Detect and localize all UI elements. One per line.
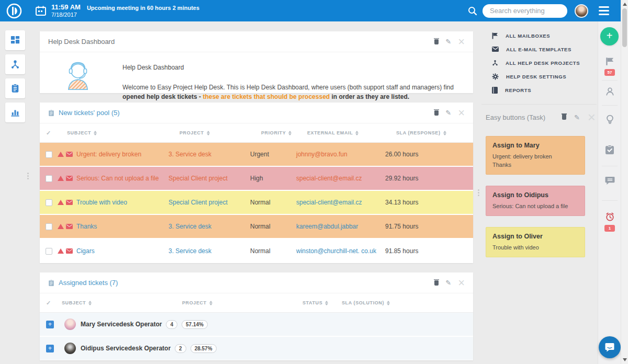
meeting-notice[interactable]: Upcoming meeting in 60 hours 2 minutes [87, 5, 199, 11]
close-icon[interactable]: × [588, 112, 596, 122]
drag-handle[interactable] [27, 172, 29, 180]
ticket-project-link[interactable]: Special Client project [169, 175, 250, 182]
select-all-check[interactable]: ✓ [40, 130, 58, 136]
close-icon[interactable]: × [458, 278, 465, 288]
sort-icon[interactable] [288, 131, 291, 135]
menu-all-mailboxes[interactable]: ALL MAILBOXES [481, 29, 597, 42]
ticket-project-link[interactable]: 3. Service desk [169, 151, 250, 158]
sort-icon[interactable] [325, 301, 328, 305]
row-checkbox[interactable] [46, 175, 52, 182]
trash-icon[interactable] [434, 280, 439, 286]
column-project[interactable]: PROJECT [178, 300, 298, 305]
live-chat-button[interactable] [599, 336, 621, 358]
tasks-button[interactable] [598, 145, 621, 157]
expand-group-button[interactable]: + [46, 321, 54, 328]
lightbulb-icon [605, 115, 614, 125]
ticket-email-link[interactable]: johnny@bravo.fun [296, 151, 385, 158]
row-checkbox[interactable] [46, 223, 52, 230]
close-icon[interactable]: × [458, 37, 465, 47]
assignee-name[interactable]: Mary Servicedesk Operator [81, 321, 162, 328]
ticket-subject-link[interactable]: Thanks [76, 223, 169, 230]
column-subject[interactable]: SUBJECT [58, 300, 178, 305]
row-checkbox[interactable] [46, 151, 52, 158]
ticket-row[interactable]: Thanks 3. Service desk Normal kareem@abd… [40, 215, 473, 239]
ticket-email-link[interactable]: special-client@email.cz [296, 199, 385, 206]
add-new-button[interactable]: + [600, 27, 619, 46]
trash-icon[interactable] [434, 110, 439, 116]
calendar-icon[interactable] [36, 6, 46, 16]
ticket-project-link[interactable]: Special Client project [169, 199, 250, 206]
scrollbar-thumb[interactable] [622, 8, 627, 47]
sort-icon[interactable] [355, 131, 358, 135]
column-status[interactable]: STATUS [298, 300, 338, 305]
column-project[interactable]: PROJECT [170, 130, 252, 135]
ticket-email-link[interactable]: winston@churchill-net. co.uk [296, 247, 385, 255]
search-input[interactable] [483, 4, 567, 18]
drag-handle[interactable] [478, 188, 479, 197]
column-priority[interactable]: PRIORITY [252, 130, 298, 135]
vertical-scrollbar[interactable] [621, 0, 628, 364]
select-all-check[interactable]: ✓ [40, 300, 58, 306]
sidebar-item-dashboard[interactable] [5, 30, 25, 50]
assignee-name[interactable]: Oidipus Servicedesk Operator [81, 345, 171, 352]
assignee-group-row[interactable]: + Mary Servicedesk Operator 4 57.14% [40, 313, 473, 337]
ticket-subject-link[interactable]: Cigars [76, 247, 169, 255]
assignee-group-row[interactable]: + Oidipus Servicedesk Operator 2 28.57% [40, 337, 473, 360]
sort-icon[interactable] [88, 301, 92, 305]
sort-icon[interactable] [94, 131, 97, 135]
close-icon[interactable]: × [458, 108, 465, 118]
ticket-project-link[interactable]: 3. Service desk [169, 223, 250, 230]
envelope-icon [492, 47, 499, 52]
sort-icon[interactable] [209, 301, 212, 305]
user-panel-button[interactable] [598, 86, 621, 98]
sidebar-item-projects[interactable] [5, 54, 25, 74]
sidebar-item-tasks[interactable] [5, 78, 25, 98]
alert-triangle-icon [58, 248, 64, 254]
ticket-email-link[interactable]: kareem@abdul.jabbar [296, 223, 385, 230]
sort-icon[interactable] [207, 131, 210, 135]
edit-icon[interactable]: ✎ [445, 109, 451, 117]
row-checkbox[interactable] [46, 199, 52, 206]
ticket-subject-link[interactable]: Trouble with video [76, 199, 169, 206]
menu-all-help-desk-projects[interactable]: ALL HELP DESK PROJECTS [481, 56, 597, 70]
easy-button-assign-to-oliver[interactable]: Assign to Oliver Trouble with video [486, 227, 585, 257]
edit-icon[interactable]: ✎ [445, 38, 451, 46]
sort-icon[interactable] [443, 131, 446, 135]
trash-icon[interactable] [434, 39, 439, 44]
ticket-project-link[interactable]: 3. Service desk [169, 247, 250, 255]
column-subject[interactable]: SUBJECT [58, 130, 170, 135]
menu-reports[interactable]: REPORTS [481, 83, 597, 97]
edit-icon[interactable]: ✎ [445, 279, 451, 287]
scroll-down-arrow[interactable] [623, 358, 627, 361]
trash-icon[interactable] [562, 115, 566, 120]
menu-all-email-templates[interactable]: ALL E-MAIL TEMPLATES [481, 42, 597, 56]
ticket-row[interactable]: Urgent: delivery broken 3. Service desk … [40, 143, 473, 167]
menu-icon[interactable] [599, 6, 609, 15]
ticket-subject-link[interactable]: Urgent: delivery broken [76, 151, 169, 158]
easy-button-assign-to-mary[interactable]: Assign to Mary Urgent: delivery broken T… [486, 136, 585, 175]
ticket-row[interactable]: Trouble with video Special Client projec… [40, 191, 473, 215]
tips-button[interactable] [598, 115, 621, 127]
messages-button[interactable] [598, 176, 621, 187]
notifications-flag-button[interactable]: 57 [598, 57, 621, 76]
user-avatar[interactable] [575, 4, 588, 18]
column-sla-response[interactable]: SLA (RESPONSE) [387, 130, 473, 135]
clock-widget: 11:59 AM 7/18/2017 [51, 3, 81, 19]
row-checkbox[interactable] [46, 248, 52, 255]
menu-help-desk-settings[interactable]: HELP DESK SETTINGS [481, 70, 597, 83]
easy-button-assign-to-oidipus[interactable]: Assign to Oidipus Serious: Can not uploa… [486, 186, 585, 216]
column-external-email[interactable]: EXTERNAL EMAIL [298, 130, 387, 135]
expand-group-button[interactable]: + [46, 345, 54, 352]
ticket-subject-link[interactable]: Serious: Can not upload a file [76, 175, 169, 182]
edit-icon[interactable]: ✎ [574, 113, 580, 121]
reminders-button[interactable]: 1 [598, 212, 621, 232]
ticket-email-link[interactable]: special-client@email.cz [296, 175, 385, 182]
search-icon[interactable] [468, 6, 477, 16]
easy-project-logo[interactable] [6, 3, 22, 19]
sidebar-item-reports[interactable] [5, 103, 25, 122]
scroll-up-arrow[interactable] [623, 3, 627, 6]
sort-icon[interactable] [387, 301, 390, 305]
ticket-row[interactable]: Cigars 3. Service desk Normal winston@ch… [40, 239, 473, 263]
column-sla-solution[interactable]: SLA (SOLUTION) [338, 300, 473, 305]
ticket-row[interactable]: Serious: Can not upload a file Special C… [40, 167, 473, 191]
